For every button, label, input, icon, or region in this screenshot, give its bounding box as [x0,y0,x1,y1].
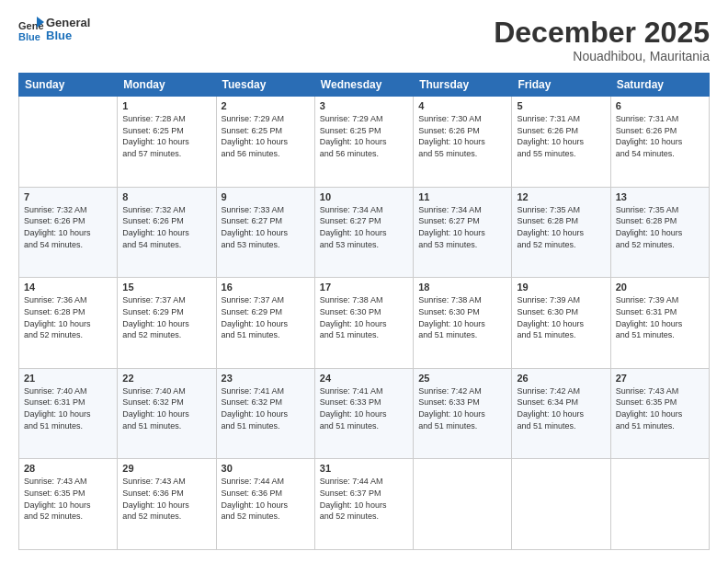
header-day: Thursday [414,74,512,97]
calendar-week: 28Sunrise: 7:43 AMSunset: 6:35 PMDayligh… [19,459,710,550]
header-day: Tuesday [216,74,314,97]
calendar-week: 1Sunrise: 7:28 AMSunset: 6:25 PMDaylight… [19,97,710,188]
calendar-cell: 5Sunrise: 7:31 AMSunset: 6:26 PMDaylight… [512,97,610,188]
page: General Blue General Blue December 2025 … [0,0,728,563]
cell-content: Sunrise: 7:43 AMSunset: 6:35 PMDaylight:… [24,476,112,522]
cell-content: Sunrise: 7:34 AMSunset: 6:27 PMDaylight:… [320,204,408,250]
cell-content: Sunrise: 7:31 AMSunset: 6:26 PMDaylight:… [517,113,605,159]
calendar-cell: 1Sunrise: 7:28 AMSunset: 6:25 PMDaylight… [118,97,216,188]
cell-content: Sunrise: 7:36 AMSunset: 6:28 PMDaylight:… [24,294,112,340]
day-number: 4 [418,100,506,111]
calendar-cell: 23Sunrise: 7:41 AMSunset: 6:32 PMDayligh… [216,368,314,459]
calendar-cell: 29Sunrise: 7:43 AMSunset: 6:36 PMDayligh… [118,459,216,550]
header-day: Monday [118,74,216,97]
calendar-cell: 15Sunrise: 7:37 AMSunset: 6:29 PMDayligh… [118,278,216,369]
header-day: Sunday [19,74,118,97]
header-day: Saturday [610,74,709,97]
calendar-week: 7Sunrise: 7:32 AMSunset: 6:26 PMDaylight… [19,187,710,278]
calendar-cell: 17Sunrise: 7:38 AMSunset: 6:30 PMDayligh… [314,278,413,369]
calendar-cell: 6Sunrise: 7:31 AMSunset: 6:26 PMDaylight… [610,97,709,188]
logo-icon: General Blue [18,17,44,42]
day-number: 17 [320,282,408,293]
day-number: 21 [24,373,112,384]
header-row: SundayMondayTuesdayWednesdayThursdayFrid… [19,74,710,97]
cell-content: Sunrise: 7:28 AMSunset: 6:25 PMDaylight:… [122,113,210,159]
day-number: 25 [418,373,506,384]
calendar-cell: 22Sunrise: 7:40 AMSunset: 6:32 PMDayligh… [118,368,216,459]
cell-content: Sunrise: 7:41 AMSunset: 6:32 PMDaylight:… [222,385,310,431]
cell-content: Sunrise: 7:33 AMSunset: 6:27 PMDaylight:… [222,204,310,250]
cell-content: Sunrise: 7:35 AMSunset: 6:28 PMDaylight:… [616,204,704,250]
calendar-cell: 19Sunrise: 7:39 AMSunset: 6:30 PMDayligh… [512,278,610,369]
calendar-cell: 13Sunrise: 7:35 AMSunset: 6:28 PMDayligh… [610,187,709,278]
cell-content: Sunrise: 7:32 AMSunset: 6:26 PMDaylight:… [122,204,210,250]
day-number: 30 [222,463,310,474]
cell-content: Sunrise: 7:41 AMSunset: 6:33 PMDaylight:… [320,385,408,431]
cell-content: Sunrise: 7:42 AMSunset: 6:34 PMDaylight:… [517,385,605,431]
calendar-cell: 3Sunrise: 7:29 AMSunset: 6:25 PMDaylight… [314,97,413,188]
cell-content: Sunrise: 7:43 AMSunset: 6:35 PMDaylight:… [616,385,704,431]
calendar-cell: 9Sunrise: 7:33 AMSunset: 6:27 PMDaylight… [216,187,314,278]
day-number: 12 [517,191,605,202]
calendar-week: 14Sunrise: 7:36 AMSunset: 6:28 PMDayligh… [19,278,710,369]
month-title: December 2025 [494,17,710,49]
calendar-cell: 8Sunrise: 7:32 AMSunset: 6:26 PMDaylight… [118,187,216,278]
day-number: 19 [517,282,605,293]
day-number: 22 [122,373,210,384]
day-number: 26 [517,373,605,384]
cell-content: Sunrise: 7:32 AMSunset: 6:26 PMDaylight:… [24,204,112,250]
calendar-cell: 31Sunrise: 7:44 AMSunset: 6:37 PMDayligh… [314,459,413,550]
day-number: 9 [222,191,310,202]
cell-content: Sunrise: 7:35 AMSunset: 6:28 PMDaylight:… [517,204,605,250]
calendar-cell: 30Sunrise: 7:44 AMSunset: 6:36 PMDayligh… [216,459,314,550]
cell-content: Sunrise: 7:29 AMSunset: 6:25 PMDaylight:… [320,113,408,159]
calendar-cell: 10Sunrise: 7:34 AMSunset: 6:27 PMDayligh… [314,187,413,278]
calendar-cell: 11Sunrise: 7:34 AMSunset: 6:27 PMDayligh… [414,187,512,278]
cell-content: Sunrise: 7:37 AMSunset: 6:29 PMDaylight:… [222,294,310,340]
day-number: 15 [122,282,210,293]
cell-content: Sunrise: 7:37 AMSunset: 6:29 PMDaylight:… [122,294,210,340]
header-day: Wednesday [314,74,413,97]
day-number: 14 [24,282,112,293]
calendar-cell: 4Sunrise: 7:30 AMSunset: 6:26 PMDaylight… [414,97,512,188]
cell-content: Sunrise: 7:43 AMSunset: 6:36 PMDaylight:… [122,476,210,522]
day-number: 3 [320,100,408,111]
cell-content: Sunrise: 7:42 AMSunset: 6:33 PMDaylight:… [418,385,506,431]
title-block: December 2025 Nouadhibou, Mauritania [494,17,710,63]
calendar-cell: 7Sunrise: 7:32 AMSunset: 6:26 PMDaylight… [19,187,118,278]
day-number: 1 [122,100,210,111]
cell-content: Sunrise: 7:40 AMSunset: 6:32 PMDaylight:… [122,385,210,431]
day-number: 6 [616,100,704,111]
calendar-cell: 20Sunrise: 7:39 AMSunset: 6:31 PMDayligh… [610,278,709,369]
day-number: 5 [517,100,605,111]
cell-content: Sunrise: 7:38 AMSunset: 6:30 PMDaylight:… [418,294,506,340]
day-number: 20 [616,282,704,293]
cell-content: Sunrise: 7:39 AMSunset: 6:30 PMDaylight:… [517,294,605,340]
day-number: 27 [616,373,704,384]
day-number: 2 [222,100,310,111]
day-number: 16 [222,282,310,293]
cell-content: Sunrise: 7:40 AMSunset: 6:31 PMDaylight:… [24,385,112,431]
logo: General Blue General Blue [18,17,90,43]
calendar-cell: 24Sunrise: 7:41 AMSunset: 6:33 PMDayligh… [314,368,413,459]
header: General Blue General Blue December 2025 … [18,17,710,63]
calendar-week: 21Sunrise: 7:40 AMSunset: 6:31 PMDayligh… [19,368,710,459]
calendar-cell: 2Sunrise: 7:29 AMSunset: 6:25 PMDaylight… [216,97,314,188]
day-number: 13 [616,191,704,202]
day-number: 24 [320,373,408,384]
day-number: 11 [418,191,506,202]
calendar-cell: 12Sunrise: 7:35 AMSunset: 6:28 PMDayligh… [512,187,610,278]
calendar-cell [610,459,709,550]
day-number: 23 [222,373,310,384]
calendar-cell: 26Sunrise: 7:42 AMSunset: 6:34 PMDayligh… [512,368,610,459]
day-number: 7 [24,191,112,202]
cell-content: Sunrise: 7:44 AMSunset: 6:37 PMDaylight:… [320,476,408,522]
header-day: Friday [512,74,610,97]
calendar-cell: 27Sunrise: 7:43 AMSunset: 6:35 PMDayligh… [610,368,709,459]
calendar-cell: 28Sunrise: 7:43 AMSunset: 6:35 PMDayligh… [19,459,118,550]
calendar-cell: 25Sunrise: 7:42 AMSunset: 6:33 PMDayligh… [414,368,512,459]
calendar-table: SundayMondayTuesdayWednesdayThursdayFrid… [18,73,710,550]
logo-line1: General [46,17,90,29]
cell-content: Sunrise: 7:38 AMSunset: 6:30 PMDaylight:… [320,294,408,340]
calendar-cell: 14Sunrise: 7:36 AMSunset: 6:28 PMDayligh… [19,278,118,369]
